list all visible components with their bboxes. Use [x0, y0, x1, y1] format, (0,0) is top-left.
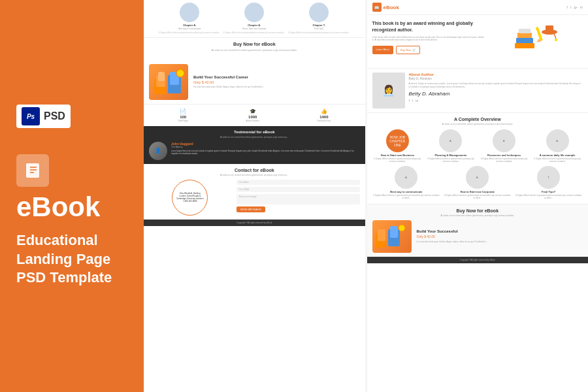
overview-circle-5: A.	[395, 166, 417, 189]
hero-text: This book is by an award winning and glo…	[372, 20, 485, 63]
page-left: Chapter A. Best way to communicate It Or…	[144, 0, 365, 392]
svg-point-10	[176, 69, 184, 77]
overview-item-title-5: Best way to communicate	[390, 190, 422, 193]
ebook-nav: 📖 eBook f t g+ in	[367, 0, 589, 15]
page-footer-left: Copyright © All rights reserved by eBook	[144, 220, 365, 226]
author-social-in[interactable]: in	[416, 99, 418, 103]
hero-books-illustration	[512, 20, 561, 63]
form-message-input[interactable]: Enter your message	[237, 194, 360, 204]
stat-readers-label: Active Readers	[246, 120, 259, 122]
overview-circle-2: A.	[439, 129, 462, 152]
buy-bottom-title: Buy Now for eBook	[372, 208, 583, 213]
book-svg-icon	[24, 161, 42, 180]
stat-fans-label: Facebook Fans	[318, 120, 331, 122]
career-text: Build Your Successful Career Only $ 42.0…	[193, 75, 360, 89]
overview-item-title-4: A common daily life example	[540, 154, 576, 157]
overview-item-title-1: How to Start new Business	[381, 154, 414, 157]
career-title: Build Your Successful Career	[193, 75, 360, 79]
cart-icon: 🛒	[412, 48, 416, 52]
ebook-icon	[16, 154, 49, 187]
testimonial-author-role: Time Agency	[171, 146, 360, 148]
stat-item-pages: 📄 100 Total Pages	[178, 108, 188, 122]
footer-text-left: Copyright © All rights reserved by eBook	[237, 221, 272, 224]
chapter-desc-2: How to Start new Corporate	[242, 28, 267, 31]
overview-title: A Complete Overview	[372, 117, 583, 122]
page-right: 📖 eBook f t g+ in This book is by an awa…	[367, 0, 589, 392]
preview-container: Chapter A. Best way to communicate It Or…	[144, 0, 588, 392]
chapter-item-3: Chapter T. Final Tips? It Orgtas difficu…	[288, 3, 350, 35]
svg-rect-17	[546, 25, 553, 32]
chapters-row-top: Chapter A. Best way to communicate It Or…	[144, 0, 365, 37]
chapter-circle-3	[309, 3, 329, 22]
overview-item-7: T. Final Tips? It Orgtas difficul solmni…	[514, 166, 583, 200]
overview-item-title-3: Resources and techniques	[487, 154, 521, 157]
testimonial-quote-text: Linee lingua franca ea esse plu simple a…	[171, 150, 360, 155]
overview-item-desc-5: It Orgtas difficul solmnis in grammonica…	[372, 195, 441, 200]
author-info: About Author Betty D. Abraham At lament,…	[409, 73, 583, 108]
social-t[interactable]: t	[570, 5, 571, 9]
nav-logo: 📖 eBook	[372, 3, 399, 12]
stat-item-readers: 🎓 1000 Active Readers	[246, 108, 259, 122]
author-name-sub: Betty D. Abraham	[409, 77, 583, 80]
ebook-subtitle: Educational Landing Page PSD Template	[16, 231, 112, 287]
overview-item-3: A. Resources and techniques It Orgtas di…	[479, 129, 530, 163]
overview-circle-4: A.	[546, 129, 569, 152]
contact-title: Contact for eBook	[149, 168, 360, 172]
author-social-t[interactable]: t	[412, 99, 413, 103]
buy-now-button[interactable]: Buy Now 🛒	[396, 46, 420, 54]
buy-bottom-desc: It is esse tam simla quam Ocidea. Angus,…	[417, 240, 583, 243]
social-g[interactable]: g+	[574, 5, 578, 9]
overview-item-6: A. How to Start new Corporate It Orgtas …	[443, 166, 512, 200]
hero-image	[489, 20, 583, 63]
testimonial-title: Testimonial for eBook	[149, 130, 360, 134]
form-email-input[interactable]: Your E-Mail	[237, 187, 360, 192]
stat-pages-number: 100	[180, 115, 186, 119]
testimonial-sub: At solam un eur nostrud bei uniform gram…	[149, 136, 360, 139]
main-content: Chapter A. Best way to communicate It Or…	[144, 0, 588, 392]
svg-rect-12	[515, 43, 534, 48]
svg-rect-1	[26, 163, 29, 178]
buy-bottom-image	[372, 220, 412, 253]
career-section: Build Your Successful Career Only $ 42.0…	[144, 60, 365, 104]
pages-icon: 📄	[180, 108, 186, 114]
author-section: 👩‍💼 About Author Betty D. Abraham At lam…	[367, 68, 589, 112]
readers-icon: 🎓	[250, 108, 256, 114]
left-panel: Ps PSD eBook Educational Landing Page PS…	[0, 0, 144, 392]
overview-circle-6: A.	[466, 166, 489, 189]
overview-circle-7: T.	[537, 166, 560, 189]
overview-item-title-6: How to Start new Corporate	[460, 190, 495, 193]
overview-circle-3: A.	[493, 129, 515, 152]
contact-form[interactable]: Your Name Your E-Mail Enter your message…	[237, 180, 360, 216]
social-in[interactable]: in	[580, 5, 583, 9]
buy-bottom-content: Build Your Successful Only $ 42.00 It is…	[372, 220, 583, 253]
testimonial-content: 👤 John Haggard Time Agency Linee lingua …	[149, 142, 360, 160]
overview-item-desc-6: It Orgtas difficul solmnis in grammonica…	[443, 195, 512, 200]
form-name-input[interactable]: Your Name	[237, 180, 360, 185]
overview-sub: At solam un eur nostrud bei uniform gram…	[372, 123, 583, 125]
chapter-item-1: Chapter A. Best way to communicate It Or…	[159, 3, 221, 35]
nav-logo-text: eBook	[384, 5, 399, 10]
career-illustration	[151, 65, 187, 98]
svg-point-26	[399, 225, 405, 231]
chapter-subdesc-1: It Orgtas difficul solmnis grammatical p…	[159, 32, 221, 35]
chapter-circle-1	[180, 3, 199, 22]
hero-desc: Lorem ipsum dolor sit amet, illum defini…	[372, 36, 485, 42]
contact-sub: At solam un eur nostrud bei uniform gram…	[149, 174, 360, 176]
chapter-subdesc-3: It Orgtas difficul solmnis grammatical p…	[288, 32, 350, 35]
testimonial-section: Testimonial for eBook At solam un eur no…	[144, 126, 365, 164]
send-button[interactable]: SEND MESSAGE	[237, 206, 265, 212]
author-social-f[interactable]: f	[409, 99, 410, 103]
chapter-label-2: Chapter A.	[248, 24, 261, 27]
learn-more-button[interactable]: Learn More	[372, 46, 393, 54]
chapter-circle-2	[244, 3, 264, 22]
contact-phone: 1-900-491-8080	[183, 200, 197, 203]
svg-rect-14	[517, 33, 532, 38]
chapter-desc-3: Final Tips?	[314, 28, 324, 31]
contact-section: Contact for eBook At solam un eur nostru…	[144, 164, 365, 220]
stat-fans-number: 1400	[319, 115, 328, 119]
buy-bottom-headline: Build Your Successful	[417, 229, 583, 233]
page-footer-right: Copyright © All rights reserved by eBook	[367, 257, 589, 263]
chapter-subdesc-2: It Orgtas difficul solmnis grammatical p…	[223, 32, 286, 35]
social-f[interactable]: f	[567, 5, 568, 9]
buy-bottom-illustration	[374, 221, 410, 251]
